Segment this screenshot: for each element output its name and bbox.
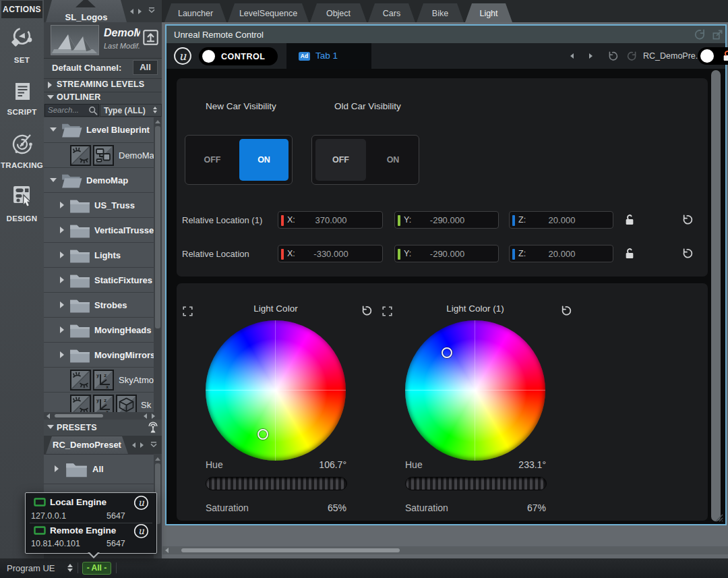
resize-grip-icon[interactable] xyxy=(714,513,723,522)
script-icon[interactable] xyxy=(11,80,34,103)
redo-icon[interactable] xyxy=(627,51,638,62)
tree-row-sk[interactable]: Sk xyxy=(44,393,154,412)
tab-sl-logos[interactable]: SL_Logos xyxy=(46,0,127,22)
old-car-on-button[interactable]: ON xyxy=(366,136,420,184)
outliner-header[interactable]: OUTLINER xyxy=(44,92,162,104)
outliner-vscrollbar[interactable] xyxy=(154,117,162,412)
tabs-prev-icon[interactable] xyxy=(130,9,133,14)
axis-icon[interactable] xyxy=(93,395,114,412)
reset-icon[interactable] xyxy=(559,305,572,317)
hue-slider[interactable] xyxy=(405,477,547,490)
tree-row-movingmirrors[interactable]: MovingMirrors xyxy=(44,343,154,368)
tab-rc-demopreset[interactable]: RC_DemoPreset xyxy=(46,436,128,454)
new-car-off-button[interactable]: OFF xyxy=(185,136,239,184)
color-selector[interactable] xyxy=(257,429,268,440)
undo-icon[interactable] xyxy=(607,51,618,62)
upload-icon[interactable] xyxy=(142,29,159,46)
color-selector[interactable] xyxy=(442,347,452,358)
caret-icon[interactable] xyxy=(60,202,64,208)
presets-next-icon[interactable] xyxy=(140,442,144,448)
refresh-icon[interactable] xyxy=(694,28,707,41)
tree-row-strobes[interactable]: Strobes xyxy=(44,293,154,318)
tab-launcher[interactable]: Launcher xyxy=(164,3,226,22)
reset-icon[interactable] xyxy=(681,214,693,226)
window-vscrollbar[interactable] xyxy=(711,70,721,521)
program-selector[interactable]: Program UE xyxy=(7,563,55,573)
tree-row-all[interactable]: All xyxy=(44,455,154,484)
unreal-logo-icon[interactable] xyxy=(133,495,149,511)
tree-row-demomap[interactable]: DemoMap xyxy=(44,168,154,193)
loc1-y-field[interactable]: Y: -290.000 xyxy=(394,211,499,229)
local-engine-name[interactable]: Local Engine xyxy=(50,497,107,507)
cube-icon[interactable] xyxy=(116,395,137,412)
color-wheel[interactable] xyxy=(206,320,346,461)
tree-row-demoma[interactable]: DemoMa xyxy=(44,143,154,168)
program-updown-icon[interactable] xyxy=(67,564,73,572)
tab-light[interactable]: Light xyxy=(465,3,512,22)
caret-icon[interactable] xyxy=(60,301,64,308)
control-mode-toggle[interactable]: CONTROL xyxy=(199,47,278,65)
preset-lock-toggle[interactable] xyxy=(698,47,728,65)
loc1-z-field[interactable]: Z: 20.000 xyxy=(509,211,613,229)
tab-object[interactable]: Object xyxy=(310,3,367,22)
color-wheel[interactable] xyxy=(405,320,545,461)
all-filter-button[interactable]: - All - xyxy=(82,562,111,575)
reset-icon[interactable] xyxy=(681,248,693,260)
loc2-y-field[interactable]: Y: -290.000 xyxy=(394,245,499,262)
workspace-hscrollbar[interactable] xyxy=(162,546,728,554)
caret-icon[interactable] xyxy=(60,252,64,258)
loc2-z-field[interactable]: Z: 20.000 xyxy=(509,245,613,262)
sidebar-item-script[interactable]: SCRIPT xyxy=(0,108,44,116)
window-titlebar[interactable]: Unreal Remote Control xyxy=(166,26,725,43)
visibility-eye-icon[interactable] xyxy=(70,395,91,412)
caret-icon[interactable] xyxy=(50,127,57,132)
caret-icon[interactable] xyxy=(60,277,64,283)
search-input[interactable]: Search... xyxy=(44,104,99,117)
hscroll-thumb[interactable] xyxy=(55,414,103,417)
reset-icon[interactable] xyxy=(360,305,372,317)
tree-row-lights[interactable]: Lights xyxy=(44,243,154,268)
tabs-next-icon[interactable] xyxy=(138,9,142,14)
lock-open-icon[interactable] xyxy=(624,248,635,260)
unreal-logo-icon[interactable] xyxy=(133,523,149,539)
tree-row-skyatmo[interactable]: SkyAtmo xyxy=(44,368,154,393)
expand-icon[interactable] xyxy=(382,306,392,316)
tree-row-movingheads[interactable]: MovingHeads xyxy=(44,318,154,343)
visibility-eye-icon[interactable] xyxy=(70,370,91,391)
export-window-icon[interactable] xyxy=(712,29,723,40)
caret-icon[interactable] xyxy=(50,178,57,182)
history-back-icon[interactable] xyxy=(570,53,574,59)
hue-slider[interactable] xyxy=(206,477,347,490)
expand-icon[interactable] xyxy=(183,306,193,316)
caret-icon[interactable] xyxy=(55,465,59,472)
visibility-eye-icon[interactable] xyxy=(70,145,91,166)
caret-icon[interactable] xyxy=(60,351,64,358)
tab-cars[interactable]: Cars xyxy=(368,3,415,22)
tree-row-staticfixtures[interactable]: StaticFixtures xyxy=(44,268,154,293)
sidebar-item-set[interactable]: SET xyxy=(0,56,44,64)
presets-more-icon[interactable] xyxy=(150,442,157,447)
actions-tab[interactable]: ACTIONS xyxy=(1,1,42,18)
history-forward-icon[interactable] xyxy=(589,53,593,59)
default-channel-select[interactable]: All xyxy=(133,60,158,75)
caret-icon[interactable] xyxy=(60,326,64,333)
workspace-hscroll-thumb[interactable] xyxy=(181,548,400,552)
axis-icon[interactable] xyxy=(93,370,114,391)
blueprint-icon[interactable] xyxy=(93,145,114,166)
signal-icon[interactable] xyxy=(147,422,159,434)
tab-levelsequence[interactable]: LevelSequence xyxy=(228,3,309,22)
old-car-off-button[interactable]: OFF xyxy=(315,139,366,181)
lock-open-icon[interactable] xyxy=(624,214,635,226)
tab-bike[interactable]: Bike xyxy=(417,3,464,22)
tree-row-level-blueprint[interactable]: Level Blueprint xyxy=(44,117,154,143)
remote-engine-name[interactable]: Remote Engine xyxy=(50,525,116,536)
sidebar-item-design[interactable]: DESIGN xyxy=(0,214,44,223)
set-icon[interactable] xyxy=(10,26,34,49)
new-car-on-button[interactable]: ON xyxy=(239,139,289,181)
presets-prev-icon[interactable] xyxy=(132,442,135,448)
outliner-hscrollbar[interactable] xyxy=(44,412,162,420)
tree-row-verticaltrusses[interactable]: VerticalTrusses xyxy=(44,218,154,243)
design-icon[interactable] xyxy=(10,183,34,209)
streaming-levels-header[interactable]: STREAMING LEVELS xyxy=(44,78,162,92)
tabs-more-icon[interactable] xyxy=(148,7,155,13)
